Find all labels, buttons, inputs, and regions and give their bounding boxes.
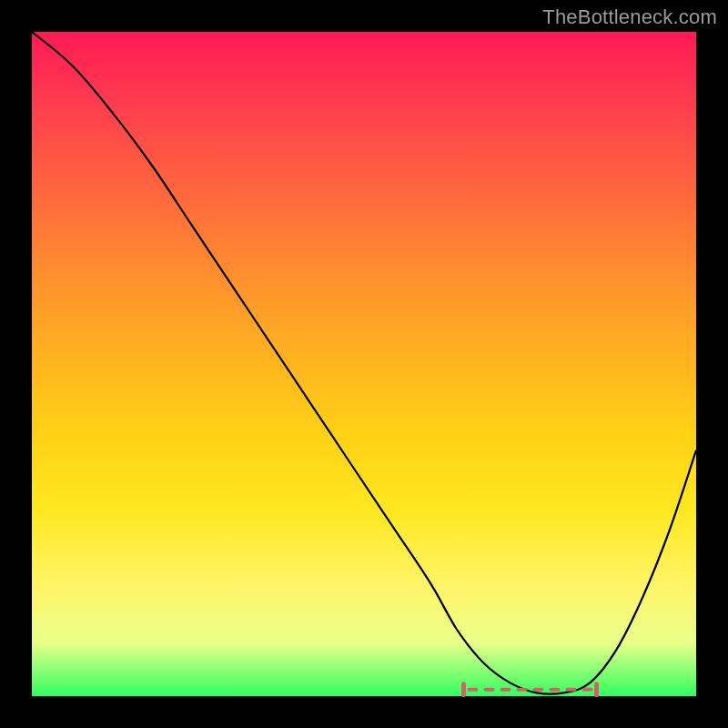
- chart-frame: TheBottleneck.com: [0, 0, 728, 728]
- watermark-text: TheBottleneck.com: [542, 5, 717, 29]
- bottleneck-curve: [32, 32, 696, 694]
- plot-area: [32, 32, 696, 696]
- curve-svg: [32, 32, 696, 696]
